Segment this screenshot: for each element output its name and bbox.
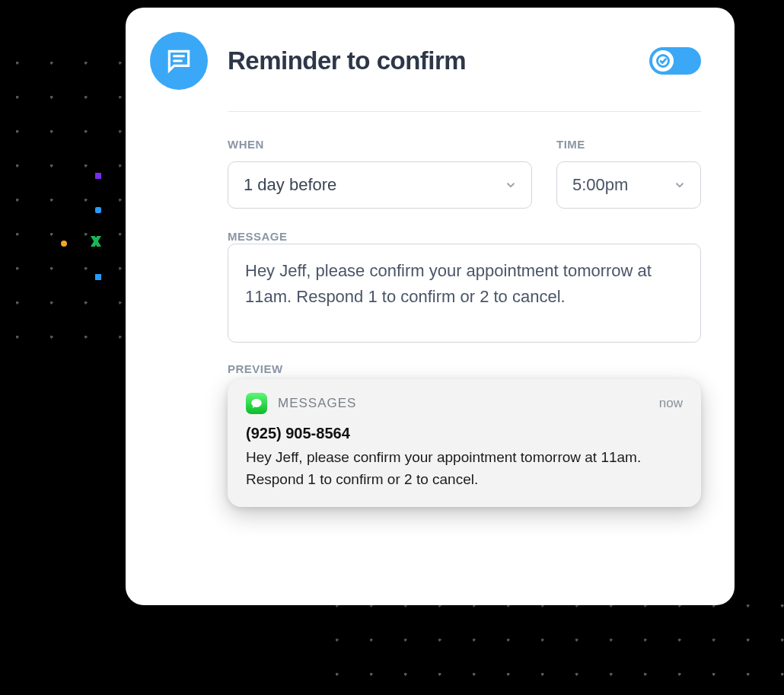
decorative-dot	[95, 207, 101, 213]
notification-timestamp: now	[659, 396, 683, 411]
divider	[228, 111, 701, 112]
messages-app-icon	[246, 393, 267, 414]
decorative-x-icon	[91, 236, 101, 247]
time-label: TIME	[556, 138, 701, 151]
when-value: 1 day before	[244, 175, 336, 195]
decorative-dot	[61, 241, 67, 247]
time-select[interactable]: 5:00pm	[556, 161, 701, 209]
message-value: Hey Jeff, please confirm your appointmen…	[245, 261, 652, 306]
time-value: 5:00pm	[572, 175, 628, 195]
time-group: TIME 5:00pm	[556, 138, 701, 209]
when-select[interactable]: 1 day before	[228, 161, 532, 209]
message-input[interactable]: Hey Jeff, please confirm your appointmen…	[228, 244, 701, 343]
preview-section: PREVIEW MESSAGES now (925) 905-8564 Hey …	[228, 362, 701, 507]
decorative-dot	[95, 274, 101, 280]
preview-label: PREVIEW	[228, 362, 283, 375]
decorative-dot	[95, 173, 101, 179]
timing-row: WHEN 1 day before TIME 5:00pm	[228, 138, 701, 209]
notification-header: MESSAGES now	[246, 393, 683, 414]
chat-bubble-icon	[150, 32, 208, 90]
toggle-knob	[652, 50, 674, 72]
preview-notification: MESSAGES now (925) 905-8564 Hey Jeff, pl…	[228, 379, 701, 507]
when-group: WHEN 1 day before	[228, 138, 532, 209]
reminder-settings-card: Reminder to confirm WHEN 1 day before	[126, 8, 735, 605]
notification-body: Hey Jeff, please confirm your appointmen…	[246, 447, 683, 490]
message-section: MESSAGE Hey Jeff, please confirm your ap…	[228, 230, 701, 343]
card-header: Reminder to confirm	[150, 32, 701, 90]
chevron-down-icon	[504, 178, 518, 192]
message-label: MESSAGE	[228, 230, 288, 243]
when-label: WHEN	[228, 138, 532, 151]
card-title: Reminder to confirm	[228, 46, 629, 75]
reminder-enabled-toggle[interactable]	[649, 47, 701, 75]
notification-app-name: MESSAGES	[278, 396, 649, 411]
chevron-down-icon	[673, 178, 687, 192]
card-content: WHEN 1 day before TIME 5:00pm	[228, 111, 701, 507]
notification-sender: (925) 905-8564	[246, 425, 683, 442]
